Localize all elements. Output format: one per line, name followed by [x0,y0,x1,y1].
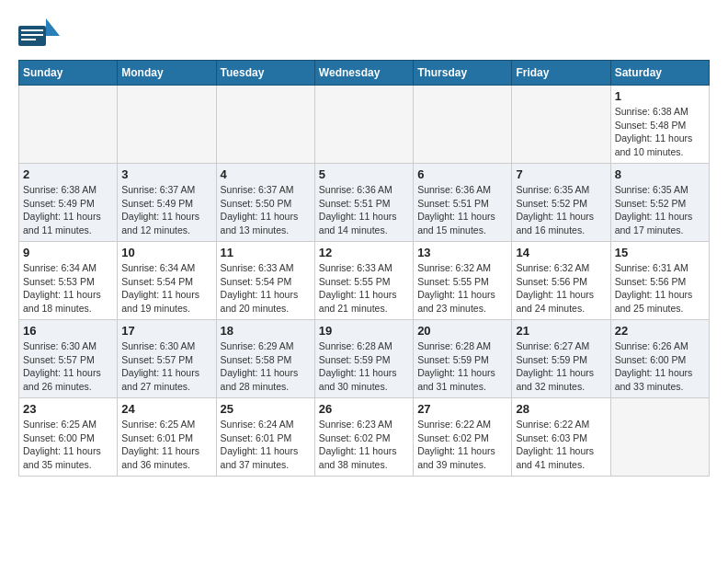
calendar-cell: 25Sunrise: 6:24 AM Sunset: 6:01 PM Dayli… [216,398,314,477]
day-number: 7 [516,167,606,181]
day-info: Sunrise: 6:36 AM Sunset: 5:51 PM Dayligh… [319,183,409,237]
calendar-cell: 12Sunrise: 6:33 AM Sunset: 5:55 PM Dayli… [314,242,413,320]
day-info: Sunrise: 6:22 AM Sunset: 6:02 PM Dayligh… [417,418,507,472]
day-info: Sunrise: 6:37 AM Sunset: 5:50 PM Dayligh… [221,183,311,237]
calendar-cell [414,86,512,164]
day-number: 16 [23,324,113,338]
calendar-cell: 19Sunrise: 6:28 AM Sunset: 5:59 PM Dayli… [314,320,413,398]
day-info: Sunrise: 6:28 AM Sunset: 5:59 PM Dayligh… [319,339,409,394]
page-header [18,18,710,51]
day-number: 2 [23,167,113,181]
calendar-header-row: SundayMondayTuesdayWednesdayThursdayFrid… [19,61,710,86]
day-info: Sunrise: 6:37 AM Sunset: 5:49 PM Dayligh… [121,183,211,237]
day-info: Sunrise: 6:35 AM Sunset: 5:52 PM Dayligh… [615,183,705,237]
day-info: Sunrise: 6:25 AM Sunset: 6:01 PM Dayligh… [121,418,211,472]
day-info: Sunrise: 6:24 AM Sunset: 6:01 PM Dayligh… [221,418,311,472]
day-info: Sunrise: 6:27 AM Sunset: 5:59 PM Dayligh… [516,339,606,394]
day-info: Sunrise: 6:36 AM Sunset: 5:51 PM Dayligh… [417,183,507,237]
day-number: 14 [516,246,606,259]
calendar-cell [512,86,610,164]
calendar-cell: 28Sunrise: 6:22 AM Sunset: 6:03 PM Dayli… [512,398,610,477]
calendar-week-row: 9Sunrise: 6:34 AM Sunset: 5:53 PM Daylig… [19,242,710,320]
day-number: 28 [516,402,606,416]
day-info: Sunrise: 6:32 AM Sunset: 5:56 PM Dayligh… [516,261,606,316]
calendar-cell: 24Sunrise: 6:25 AM Sunset: 6:01 PM Dayli… [118,398,216,477]
day-header-friday: Friday [512,61,610,86]
calendar-cell: 6Sunrise: 6:36 AM Sunset: 5:51 PM Daylig… [414,164,512,242]
calendar-table: SundayMondayTuesdayWednesdayThursdayFrid… [18,60,710,477]
calendar-week-row: 16Sunrise: 6:30 AM Sunset: 5:57 PM Dayli… [19,320,710,398]
day-number: 25 [221,402,311,416]
calendar-cell: 8Sunrise: 6:35 AM Sunset: 5:52 PM Daylig… [610,164,709,242]
day-info: Sunrise: 6:29 AM Sunset: 5:58 PM Dayligh… [221,339,311,394]
calendar-week-row: 1Sunrise: 6:38 AM Sunset: 5:48 PM Daylig… [19,86,710,164]
day-info: Sunrise: 6:31 AM Sunset: 5:56 PM Dayligh… [615,261,705,316]
calendar-cell [216,86,314,164]
logo [18,18,57,51]
day-info: Sunrise: 6:33 AM Sunset: 5:55 PM Dayligh… [319,261,409,316]
svg-rect-4 [21,39,36,40]
day-header-sunday: Sunday [19,61,118,86]
day-info: Sunrise: 6:35 AM Sunset: 5:52 PM Dayligh… [516,183,606,237]
calendar-cell: 10Sunrise: 6:34 AM Sunset: 5:54 PM Dayli… [118,242,216,320]
calendar-cell: 17Sunrise: 6:30 AM Sunset: 5:57 PM Dayli… [118,320,216,398]
calendar-cell: 2Sunrise: 6:38 AM Sunset: 5:49 PM Daylig… [19,164,118,242]
svg-rect-2 [21,29,43,31]
day-info: Sunrise: 6:28 AM Sunset: 5:59 PM Dayligh… [417,339,507,394]
day-number: 11 [221,246,311,259]
day-number: 21 [516,324,606,338]
day-number: 17 [121,324,211,338]
calendar-week-row: 23Sunrise: 6:25 AM Sunset: 6:00 PM Dayli… [19,398,710,477]
svg-rect-3 [21,34,43,36]
day-header-wednesday: Wednesday [314,61,413,86]
day-info: Sunrise: 6:23 AM Sunset: 6:02 PM Dayligh… [319,418,409,472]
calendar-cell: 13Sunrise: 6:32 AM Sunset: 5:55 PM Dayli… [414,242,512,320]
calendar-cell [19,86,118,164]
calendar-cell [118,86,216,164]
calendar-cell: 20Sunrise: 6:28 AM Sunset: 5:59 PM Dayli… [414,320,512,398]
logo-icon [18,18,55,51]
calendar-week-row: 2Sunrise: 6:38 AM Sunset: 5:49 PM Daylig… [19,164,710,242]
day-number: 27 [417,402,507,416]
calendar-cell: 23Sunrise: 6:25 AM Sunset: 6:00 PM Dayli… [19,398,118,477]
day-number: 18 [221,324,311,338]
day-number: 8 [615,167,705,181]
svg-marker-1 [46,18,60,36]
day-info: Sunrise: 6:32 AM Sunset: 5:55 PM Dayligh… [417,261,507,316]
calendar-cell: 14Sunrise: 6:32 AM Sunset: 5:56 PM Dayli… [512,242,610,320]
day-number: 24 [121,402,211,416]
day-info: Sunrise: 6:33 AM Sunset: 5:54 PM Dayligh… [221,261,311,316]
calendar-cell: 3Sunrise: 6:37 AM Sunset: 5:49 PM Daylig… [118,164,216,242]
day-number: 4 [221,167,311,181]
day-info: Sunrise: 6:30 AM Sunset: 5:57 PM Dayligh… [121,339,211,394]
day-number: 5 [319,167,409,181]
day-header-tuesday: Tuesday [216,61,314,86]
day-number: 12 [319,246,409,259]
calendar-cell: 7Sunrise: 6:35 AM Sunset: 5:52 PM Daylig… [512,164,610,242]
day-header-monday: Monday [118,61,216,86]
calendar-cell: 22Sunrise: 6:26 AM Sunset: 6:00 PM Dayli… [610,320,709,398]
day-info: Sunrise: 6:25 AM Sunset: 6:00 PM Dayligh… [23,418,113,472]
calendar-cell: 5Sunrise: 6:36 AM Sunset: 5:51 PM Daylig… [314,164,413,242]
day-number: 22 [615,324,705,338]
calendar-cell: 9Sunrise: 6:34 AM Sunset: 5:53 PM Daylig… [19,242,118,320]
day-number: 15 [615,246,705,259]
day-number: 10 [121,246,211,259]
day-info: Sunrise: 6:38 AM Sunset: 5:49 PM Dayligh… [23,183,113,237]
day-info: Sunrise: 6:34 AM Sunset: 5:54 PM Dayligh… [121,261,211,316]
calendar-cell: 11Sunrise: 6:33 AM Sunset: 5:54 PM Dayli… [216,242,314,320]
calendar-cell: 27Sunrise: 6:22 AM Sunset: 6:02 PM Dayli… [414,398,512,477]
calendar-cell: 21Sunrise: 6:27 AM Sunset: 5:59 PM Dayli… [512,320,610,398]
day-number: 20 [417,324,507,338]
calendar-cell: 26Sunrise: 6:23 AM Sunset: 6:02 PM Dayli… [314,398,413,477]
day-info: Sunrise: 6:22 AM Sunset: 6:03 PM Dayligh… [516,418,606,472]
calendar-cell: 15Sunrise: 6:31 AM Sunset: 5:56 PM Dayli… [610,242,709,320]
day-header-saturday: Saturday [610,61,709,86]
day-info: Sunrise: 6:34 AM Sunset: 5:53 PM Dayligh… [23,261,113,316]
day-number: 19 [319,324,409,338]
calendar-cell: 18Sunrise: 6:29 AM Sunset: 5:58 PM Dayli… [216,320,314,398]
day-info: Sunrise: 6:26 AM Sunset: 6:00 PM Dayligh… [615,339,705,394]
calendar-cell: 16Sunrise: 6:30 AM Sunset: 5:57 PM Dayli… [19,320,118,398]
day-number: 13 [417,246,507,259]
day-header-thursday: Thursday [414,61,512,86]
